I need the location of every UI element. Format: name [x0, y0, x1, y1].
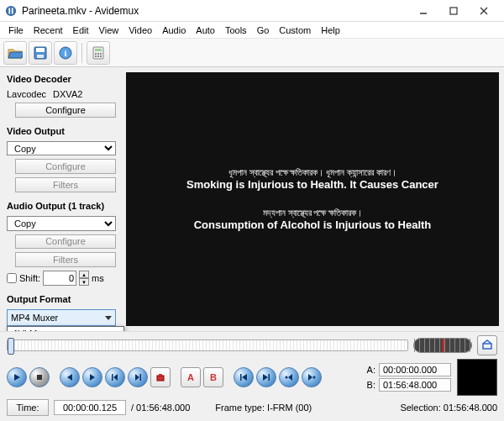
audio-filters-button[interactable]: Filters	[15, 252, 116, 267]
svg-rect-17	[95, 55, 97, 57]
svg-point-38	[313, 376, 316, 379]
video-decoder-title: Video Decoder	[7, 74, 119, 84]
next-keyframe-button[interactable]	[128, 367, 148, 387]
svg-rect-15	[97, 53, 99, 55]
goto-end-button[interactable]	[256, 367, 276, 387]
timeline-scrubber[interactable]	[7, 339, 408, 351]
window-title: Parineeta.mkv - Avidemux	[22, 5, 408, 17]
svg-marker-35	[288, 374, 292, 381]
menu-go[interactable]: Go	[252, 24, 275, 37]
menu-help[interactable]: Help	[316, 24, 345, 37]
video-configure-button[interactable]: Configure	[15, 159, 116, 174]
svg-rect-14	[95, 53, 97, 55]
format-option-avi[interactable]: AVI Muxer	[8, 327, 123, 331]
menu-recent[interactable]: Recent	[29, 24, 68, 37]
video-output-title: Video Output	[7, 126, 119, 136]
menu-edit[interactable]: Edit	[68, 24, 94, 37]
calculator-button[interactable]	[87, 41, 110, 65]
shift-unit: ms	[92, 273, 104, 283]
set-marker-a-button[interactable]: A	[181, 367, 201, 387]
video-output-select[interactable]: Copy	[7, 141, 116, 156]
menu-file[interactable]: File	[3, 24, 29, 37]
svg-rect-1	[8, 8, 10, 13]
video-filters-button[interactable]: Filters	[15, 177, 116, 192]
svg-text:i: i	[64, 48, 66, 58]
left-panel: Video Decoder Lavcodec DXVA2 Configure V…	[0, 67, 126, 331]
open-file-button[interactable]	[3, 41, 27, 65]
video-preview: ধূমপান স্বাস্থ্যের পক্ষে ক্ষতিকারক। ধূমপ…	[126, 72, 499, 326]
output-format-dropdown: AVI Muxer Dummy Muxer FLV Muxer MP4 Muxe…	[7, 326, 124, 331]
next-black-frame-button[interactable]	[302, 367, 322, 387]
decoder-accel: DXVA2	[53, 89, 82, 99]
goto-start-button[interactable]	[234, 367, 254, 387]
shift-up[interactable]: ▲	[79, 271, 89, 278]
next-frame-button[interactable]	[82, 367, 102, 387]
preview-text-en1: Smoking is Injurious to Health. It Cause…	[186, 178, 438, 191]
menu-audio[interactable]: Audio	[157, 24, 191, 37]
svg-marker-21	[14, 374, 20, 381]
jog-wheel[interactable]	[413, 338, 472, 353]
marker-b-value: 01:56:48.000	[379, 378, 451, 392]
prev-frame-button[interactable]	[60, 367, 80, 387]
svg-marker-27	[135, 374, 139, 381]
output-format-title: Output Format	[7, 294, 119, 304]
svg-rect-13	[95, 49, 102, 51]
svg-marker-37	[308, 374, 312, 381]
frame-type-label: Frame type: I-FRM (00)	[215, 403, 312, 413]
preview-text-bn2: মদ্যপান স্বাস্থ্যের পক্ষে ক্ষতিকারক।	[194, 208, 432, 218]
shift-spinbox[interactable]: 0	[43, 271, 76, 286]
menu-video[interactable]: Video	[123, 24, 157, 37]
info-button[interactable]: i	[54, 41, 77, 65]
svg-rect-31	[240, 374, 242, 381]
svg-rect-2	[12, 8, 13, 13]
audio-configure-button[interactable]: Configure	[15, 234, 116, 250]
scrubber-handle[interactable]	[8, 338, 14, 355]
play-button[interactable]	[7, 367, 27, 387]
svg-rect-16	[100, 53, 102, 55]
transport-bar: A B A: 00:00:00.000 B: 01:56:48.000 Time…	[0, 331, 504, 421]
delete-section-button[interactable]	[150, 367, 171, 387]
marker-a-value: 00:00:00.000	[379, 363, 451, 376]
menu-bar: File Recent Edit View Video Audio Auto T…	[0, 22, 504, 39]
shift-down[interactable]: ▼	[79, 278, 89, 286]
menu-auto[interactable]: Auto	[191, 24, 220, 37]
svg-rect-30	[159, 374, 162, 376]
output-format-select[interactable]: MP4 Muxer	[7, 309, 116, 326]
svg-rect-22	[37, 375, 42, 380]
preview-text-bn1: ধূমপান স্বাস্থ্যের পক্ষে ক্ষতিকারক। ধূমপ…	[186, 167, 438, 178]
svg-marker-23	[67, 374, 72, 381]
shift-checkbox[interactable]	[7, 273, 17, 283]
svg-marker-33	[263, 374, 268, 381]
save-file-button[interactable]	[29, 41, 52, 65]
menu-view[interactable]: View	[94, 24, 124, 37]
svg-rect-29	[157, 376, 164, 381]
reset-marks-button[interactable]	[477, 335, 497, 355]
thumbnail-view	[457, 359, 497, 396]
set-marker-b-button[interactable]: B	[203, 367, 223, 387]
menu-custom[interactable]: Custom	[274, 24, 316, 37]
audio-output-select[interactable]: Copy	[7, 216, 116, 231]
svg-rect-8	[36, 48, 45, 52]
decoder-configure-button[interactable]: Configure	[15, 103, 116, 118]
svg-rect-18	[97, 55, 99, 57]
chevron-down-icon	[105, 316, 112, 320]
svg-point-0	[6, 5, 16, 15]
prev-black-frame-button[interactable]	[279, 367, 299, 387]
svg-rect-28	[140, 374, 142, 381]
toolbar-separator	[81, 43, 82, 63]
current-time-field[interactable]: 00:00:00.125	[54, 400, 126, 415]
selection-label: Selection: 01:56:48.000	[400, 403, 497, 413]
marker-a-label: A:	[365, 365, 375, 375]
stop-button[interactable]	[29, 367, 50, 387]
menu-tools[interactable]: Tools	[220, 24, 252, 37]
minimize-button[interactable]	[408, 2, 438, 20]
svg-marker-26	[113, 374, 118, 381]
duration-label: / 01:56:48.000	[131, 403, 190, 413]
svg-rect-20	[483, 344, 491, 349]
prev-keyframe-button[interactable]	[105, 367, 125, 387]
app-icon	[5, 5, 17, 17]
maximize-button[interactable]	[438, 2, 469, 20]
close-button[interactable]	[469, 2, 499, 20]
shift-label: Shift:	[19, 273, 40, 283]
time-button[interactable]: Time:	[7, 399, 49, 416]
